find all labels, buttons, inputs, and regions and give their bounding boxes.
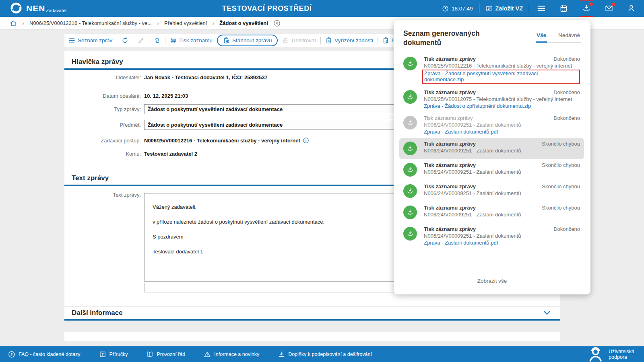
footer-addons-label: Doplňky k podepisování a dešifrování [288,352,372,357]
generated-documents-list: Tisk záznamu zprávy Dokončeno N006/25/V0… [403,53,581,249]
create-vz-button[interactable]: Založit VZ [485,5,523,12]
document-download-link[interactable]: Zpráva - Zaslání dokumentů.pdf [424,240,498,246]
download-message-button[interactable]: Stáhnout zprávu [217,35,278,46]
footer-faq-label: FAQ - často kladené dotazy [19,352,80,357]
generated-documents-button[interactable] [582,4,591,13]
info-icon[interactable] [303,137,309,144]
document-item[interactable]: Tisk záznamu zprávy Skončilo chybou N006… [399,138,584,159]
main-menu-button[interactable] [537,4,546,13]
footer-manuals-link[interactable]: ? Příručky [99,351,128,358]
question-circle-icon: ? [8,351,15,358]
document-subtitle: N006/24/V00009251 - Zaslání dokumentů [424,190,580,196]
download-icon [278,351,285,358]
footer-rules-label: Provozní řád [157,352,185,357]
pencil-icon [138,37,144,44]
nen-logo[interactable]: NEN Zadavatel [0,2,66,15]
document-status: Skončilo chybou [542,183,580,189]
calendar-button[interactable] [559,4,568,13]
document-title: Tisk záznamu zprávy [424,141,476,147]
document-title: Tisk záznamu zprávy [424,115,473,121]
breadcrumb-item-overview[interactable]: Přehled vysvětlení [164,20,207,26]
popover-title: Seznam generovaných dokumentů [403,29,504,47]
download-tray-icon [403,206,417,219]
document-status: Dokončeno [553,56,580,62]
lock-open-icon [282,37,289,44]
brand-name: NEN [26,2,45,15]
document-item[interactable]: Tisk záznamu zprávy Skončilo chybou N006… [403,202,581,223]
create-vz-label: Založit VZ [495,5,523,12]
tab-all[interactable]: Vše [536,31,547,43]
form-row-text-label: Text zprávy: [64,192,141,198]
tab-recent[interactable]: Nedávné [557,31,581,42]
home-button[interactable] [10,20,17,27]
time-value: 18:07:49 [452,6,473,12]
decrypt-label: Dešifrovat [291,37,316,43]
document-subtitle: N006/25/V00012075 - Telekomunikační služ… [424,96,580,102]
refresh-button[interactable] [122,37,128,44]
app-footer: ? FAQ - často kladené dotazy ? Příručky … [0,346,644,362]
chevron-down-icon[interactable] [543,309,551,317]
document-subtitle: N006/24/V00009251 - Zaslání dokumentů [424,148,580,154]
document-download-link[interactable]: Zpráva - Žádost o poskytnutí vysvětlení … [422,70,580,84]
date-sent-value: 10. 12. 2025 21:03 [144,93,188,99]
download-tray-icon [403,227,417,241]
award-ribbon-icon [154,37,161,44]
document-item[interactable]: Tisk záznamu zprávy Dokončeno N006/25/V0… [403,53,581,86]
document-download-link[interactable]: Zpráva - Zaslání dokumentů.pdf [424,129,498,135]
chevron-right-icon: › [157,20,159,27]
breadcrumb-item-current: Žádost o vysvětlení [219,20,268,26]
header-divider [529,4,529,13]
document-download-link[interactable]: Zpráva - Žádost o zpřístupnění dokumentu… [424,103,531,109]
more-info-section: Další informace [64,307,560,321]
subject-label: Předmět: [64,122,141,128]
document-item[interactable]: Tisk záznamu zprávy Skončilo chybou N006… [403,159,581,181]
document-item[interactable]: Tisk záznamu zprávy Dokončeno N006/24/V0… [403,112,581,138]
recipient-label: Komu: [64,151,141,157]
document-subtitle: N006/25/V00012216 - Telekomunikační služ… [424,63,580,69]
document-item[interactable]: Tisk záznamu zprávy Dokončeno N006/25/V0… [403,86,581,112]
footer-faq-link[interactable]: ? FAQ - často kladené dotazy [8,351,80,358]
footer-news-link[interactable]: Informace a novinky [204,351,259,358]
form-row-procedure: Zadávací postup: N006/25/V00012216 - Tel… [64,137,309,144]
date-sent-label: Datum odeslání: [64,93,141,99]
document-title: Tisk záznamu zprávy [424,183,476,189]
footer-support-link[interactable]: Uživatelská podpora [586,344,634,362]
book-open-icon [146,351,153,358]
edit-button [138,37,144,44]
warning-triangle-icon [204,351,211,358]
toolbar-divider [117,37,117,44]
download-tray-icon [403,116,417,130]
svg-text:?: ? [10,352,13,356]
list-icon [68,37,75,44]
question-square-icon: ? [99,351,106,358]
request-resolution-button[interactable]: Vyřízení žádosti [325,37,373,44]
show-all-button[interactable]: Zobrazit vše [394,278,590,284]
close-tab-button[interactable] [273,20,281,27]
document-status: Dokončeno [553,115,580,121]
document-status: Dokončeno [553,89,580,95]
document-gear-icon [382,37,389,44]
document-item[interactable]: Tisk záznamu zprávy Dokončeno N006/24/V0… [403,223,581,249]
print-record-label: Tisk záznamu [179,37,213,43]
footer-addons-link[interactable]: Doplňky k podepisování a dešifrování [278,351,372,358]
brand-role: Zadavatel [46,8,66,13]
document-subtitle: N006/24/V00009251 - Zaslání dokumentů [424,122,580,128]
download-tray-icon [403,90,417,104]
request-resolution-label: Vyřízení žádosti [334,37,373,43]
certificate-button[interactable] [154,37,161,44]
print-record-button[interactable]: Tisk záznamu [170,37,213,44]
annotation-box-downloads [579,0,594,17]
footer-manuals-label: Příručky [109,352,128,357]
messages-button[interactable] [605,4,613,13]
document-item[interactable]: Tisk záznamu zprávy Skončilo chybou N006… [403,181,581,202]
message-list-button[interactable]: Seznam zpráv [68,37,112,44]
recipient-value: Testovací zadavatel 2 [144,151,197,157]
support-person-icon [586,344,605,362]
breadcrumb-item-procedure[interactable]: N006/25/V00012216 - Telekomunikační služ… [29,20,152,26]
document-title: Tisk záznamu zprávy [424,226,476,232]
toolbar-divider [378,37,378,44]
download-tray-icon [403,142,417,155]
document-status: Skončilo chybou [542,141,580,147]
profile-button[interactable] [627,4,636,13]
footer-rules-link[interactable]: Provozní řád [146,351,185,358]
